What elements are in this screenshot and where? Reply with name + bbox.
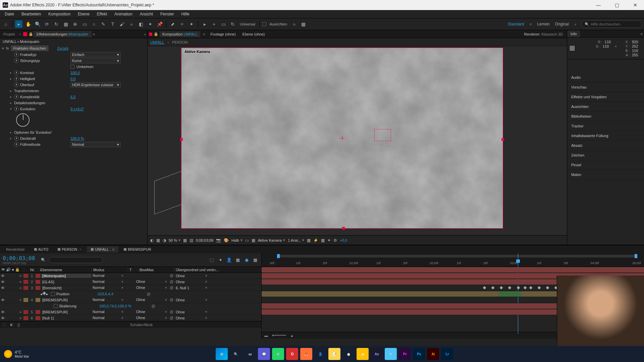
nav-tool-1[interactable]: ▸ [201, 20, 208, 28]
speaker-icon[interactable]: 🔊 [6, 267, 11, 272]
twirl-icon[interactable]: ▸ [19, 274, 23, 278]
alpha-icon[interactable]: ◐ [150, 238, 154, 243]
layer-row[interactable]: 👁 ▸ 5 [BREMSSPUR] Normal ▾ Ohne ▾ @Ohne … [0, 309, 261, 315]
menu-ansicht[interactable]: Ansicht [137, 11, 156, 17]
twirl-icon[interactable]: ▾ [10, 107, 14, 111]
layer-name[interactable]: [Motorqualm] [41, 274, 91, 278]
stopwatch-icon[interactable] [14, 58, 19, 63]
resize-handle[interactable] [180, 138, 183, 141]
track-matte-dropdown[interactable]: Ohne ▾ [135, 280, 168, 284]
lock-icon[interactable]: 🔒 [29, 32, 33, 36]
fast-preview-icon[interactable]: ⚡ [313, 238, 318, 243]
obs-icon[interactable]: ◉ [342, 348, 355, 360]
pickwhip-icon[interactable]: @ [170, 316, 174, 320]
home-icon[interactable]: ⌂ [2, 20, 9, 28]
app-icon[interactable]: 👤 [314, 348, 326, 360]
workspace-more-icon[interactable]: » [574, 22, 576, 26]
type-tool[interactable]: T [109, 20, 116, 28]
breadcrumb-person[interactable]: PERSON [172, 40, 187, 44]
mask-icon[interactable]: ◑ [163, 238, 166, 243]
menu-bearbeiten[interactable]: Bearbeiten [18, 11, 44, 17]
scale-value[interactable]: 100,0,74,0,100,0 % [99, 304, 131, 308]
camera-dropdown[interactable]: Aktive Kamera▾ [258, 238, 285, 242]
layer-row[interactable]: 👁 ▸ 1 [Motorqualm] Normal ▾ @Ohne ▾ [0, 273, 261, 279]
orbit-tool[interactable]: ⟳ [43, 20, 51, 28]
tab-info[interactable]: Info [567, 31, 580, 37]
blend-mode-dropdown[interactable]: Normal ▾ [91, 310, 125, 314]
twirl-icon[interactable]: ▸ [10, 131, 14, 134]
selection-tool[interactable]: ▸ [15, 20, 22, 28]
views-dropdown[interactable]: 1 Ansi...▾ [288, 238, 304, 242]
menu-datei[interactable]: Datei [1, 11, 17, 17]
resolution-dropdown[interactable]: Halb▾ [231, 238, 243, 242]
pickwhip-icon[interactable]: @ [151, 304, 155, 308]
panel-ausrichten[interactable]: Ausrichten [567, 102, 644, 112]
pen-tool[interactable]: ✎ [100, 20, 107, 28]
whatsapp-icon[interactable]: ✆ [272, 348, 284, 360]
blend-mode-dropdown[interactable]: Normal ▾ [91, 286, 125, 290]
premiere-icon[interactable]: Pr [399, 348, 411, 360]
close-button[interactable]: ✕ [629, 2, 641, 8]
twirl-icon[interactable]: ▸ [10, 77, 14, 80]
twirl-icon[interactable]: ▸ [10, 71, 14, 74]
panel-inhalt[interactable]: Inhaltsbasierte Füllung [567, 131, 644, 141]
stopwatch-icon[interactable] [14, 95, 19, 99]
after-effects-icon[interactable]: Ae [371, 348, 383, 360]
switch-modes-label[interactable]: Schalter/Modi [130, 323, 153, 327]
minimize-button[interactable]: — [592, 2, 605, 8]
shape-rect-tool[interactable]: ▭ [81, 20, 88, 28]
composition-viewer[interactable]: Aktive Kamera [148, 46, 567, 235]
tab-footage[interactable]: Footage (ohne) [208, 31, 238, 37]
label-color[interactable] [23, 316, 28, 320]
label-color[interactable] [23, 274, 28, 278]
stopwatch-icon[interactable] [14, 76, 19, 81]
deckkraft-value[interactable]: 100,0 % [70, 136, 84, 140]
help-search[interactable]: 🔍 [582, 20, 642, 28]
panel-audio[interactable]: Audio [567, 73, 644, 82]
toggle-modes-icon[interactable]: ◐ [10, 322, 13, 327]
hand-tool[interactable]: ✋ [24, 20, 32, 28]
effect-name[interactable]: Fraktales Rauschen [11, 46, 49, 51]
photoshop-icon[interactable]: Ps [413, 348, 425, 360]
umkehren-checkbox[interactable] [70, 65, 74, 69]
zoom-tool[interactable]: 🔍 [34, 20, 41, 28]
shape-ellipse-tool[interactable]: ○ [90, 20, 98, 28]
layer-name[interactable]: [GLAS] [41, 280, 91, 284]
parent-dropdown[interactable]: @Ohne ▾ [168, 280, 209, 284]
workspace-standard[interactable]: Standard [508, 22, 524, 26]
firefox-icon[interactable]: 🦊 [300, 348, 312, 360]
parent-dropdown[interactable]: @Ohne ▾ [168, 316, 209, 320]
explorer-icon[interactable]: 📁 [357, 348, 369, 360]
motion-blur-icon[interactable]: ◉ [243, 257, 250, 263]
illustrator-icon[interactable]: Ai [427, 348, 439, 360]
helligkeit-value[interactable]: 0,0 [70, 77, 75, 81]
draft-3d-icon[interactable]: ✦ [217, 257, 224, 263]
evolution-value[interactable]: 0 x+0,0° [70, 107, 84, 111]
timeline-icon[interactable]: ▦ [321, 238, 325, 243]
workspace-lernen[interactable]: Lernen [537, 22, 549, 26]
transparency-icon[interactable]: ▦ [252, 238, 255, 243]
app-icon[interactable]: ✎ [385, 348, 397, 360]
uberlauf-dropdown[interactable]: HDR-Ergebnisse zulasse▾ [70, 82, 121, 87]
zoom-slider[interactable]: ●━━━━━ [272, 333, 286, 338]
search-icon[interactable]: 🔍 [41, 258, 46, 262]
blend-mode-dropdown[interactable]: Normal ▾ [91, 280, 125, 284]
stopwatch-icon[interactable] [51, 292, 55, 296]
camera-tool[interactable]: ▦ [62, 20, 69, 28]
tab-ebene[interactable]: Ebene (ohne) [240, 31, 268, 37]
stopwatch-icon[interactable] [14, 136, 19, 141]
pin-icon[interactable] [149, 33, 152, 36]
kontrast-value[interactable]: 100,0 [70, 71, 80, 75]
panel-bibliotheken[interactable]: Bibliotheken [567, 112, 644, 121]
start-button[interactable]: ⊞ [216, 348, 228, 360]
stopwatch-icon[interactable] [14, 107, 19, 111]
twirl-icon[interactable]: ▸ [19, 310, 23, 314]
twirl-icon[interactable]: ▸ [10, 95, 14, 99]
tab-effekteinstellungen[interactable]: Effekteinstellungen Motorqualm [33, 31, 92, 38]
menu-komposition[interactable]: Komposition [45, 11, 74, 17]
tl-tab-renderliste[interactable]: Renderliste [2, 246, 29, 252]
panel-menu-icon[interactable]: ≡ [641, 32, 643, 36]
panel-vorschau[interactable]: Vorschau [567, 82, 644, 92]
stopwatch-icon[interactable] [14, 70, 19, 75]
visibility-toggle[interactable]: 👁 [0, 310, 5, 314]
